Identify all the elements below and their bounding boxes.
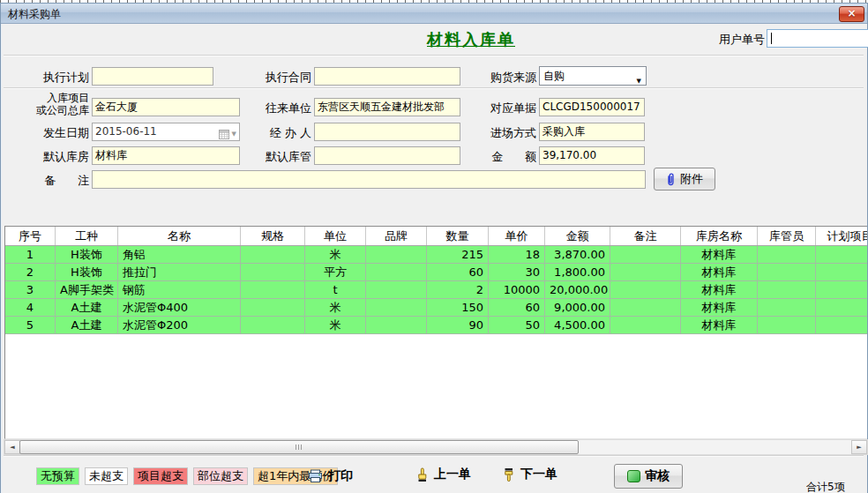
counterparty-input[interactable]: 东营区天顺五金建材批发部 bbox=[314, 98, 460, 116]
table-cell[interactable]: 米 bbox=[305, 299, 366, 317]
column-header[interactable]: 数量 bbox=[427, 227, 489, 246]
table-cell[interactable] bbox=[366, 281, 427, 299]
table-cell[interactable]: 水泥管Φ400 bbox=[118, 299, 241, 317]
amount-input[interactable]: 39,170.00 bbox=[539, 146, 645, 165]
table-cell[interactable] bbox=[758, 299, 816, 317]
print-button[interactable]: 打印 bbox=[308, 468, 353, 484]
table-cell[interactable]: 水泥管Φ200 bbox=[118, 317, 241, 334]
date-picker[interactable]: 2015-06-11 ▼ bbox=[92, 123, 240, 141]
table-cell[interactable]: A土建 bbox=[56, 317, 118, 334]
table-cell[interactable]: 5 bbox=[5, 317, 56, 334]
table-cell[interactable] bbox=[758, 246, 816, 264]
table-cell[interactable]: 3 bbox=[5, 281, 56, 299]
table-cell[interactable] bbox=[816, 264, 868, 281]
table-cell[interactable]: 米 bbox=[305, 317, 366, 334]
table-cell[interactable] bbox=[241, 281, 305, 299]
table-cell[interactable]: 4 bbox=[5, 299, 56, 317]
exec-contract-input[interactable] bbox=[314, 67, 460, 86]
column-header[interactable]: 序号 bbox=[5, 227, 56, 246]
table-cell[interactable] bbox=[816, 299, 868, 317]
table-cell[interactable]: 2 bbox=[427, 281, 489, 299]
table-cell[interactable] bbox=[366, 246, 427, 264]
table-cell[interactable] bbox=[241, 264, 305, 281]
table-cell[interactable]: H装饰 bbox=[56, 264, 118, 281]
table-cell[interactable]: 150 bbox=[427, 299, 489, 317]
table-cell[interactable]: 3,870.00 bbox=[545, 246, 610, 264]
table-cell[interactable] bbox=[816, 281, 868, 299]
table-cell[interactable]: 推拉门 bbox=[118, 264, 241, 281]
table-cell[interactable] bbox=[758, 264, 816, 281]
scroll-right-button[interactable]: ► bbox=[851, 440, 867, 454]
table-cell[interactable] bbox=[610, 246, 681, 264]
column-header[interactable]: 金额 bbox=[545, 227, 610, 246]
table-cell[interactable]: 215 bbox=[427, 246, 489, 264]
table-cell[interactable]: 60 bbox=[427, 264, 489, 281]
column-header[interactable]: 工种 bbox=[56, 227, 118, 246]
exec-plan-input[interactable] bbox=[92, 67, 213, 86]
table-cell[interactable]: 2 bbox=[5, 264, 56, 281]
default-keeper-input[interactable] bbox=[314, 146, 460, 165]
table-cell[interactable]: 1 bbox=[5, 246, 56, 264]
scroll-left-button[interactable]: ◄ bbox=[4, 440, 20, 454]
purchase-source-dropdown[interactable]: 自购 ▼ bbox=[539, 66, 647, 86]
table-cell[interactable]: 材料库 bbox=[681, 299, 758, 317]
column-header[interactable]: 单价 bbox=[489, 227, 545, 246]
column-header[interactable]: 名称 bbox=[118, 227, 241, 246]
table-cell[interactable]: 60 bbox=[489, 299, 545, 317]
table-row[interactable]: 4A土建水泥管Φ400米150609,000.00材料库 bbox=[5, 299, 867, 317]
table-cell[interactable] bbox=[758, 281, 816, 299]
column-header[interactable]: 库房名称 bbox=[681, 227, 758, 246]
table-cell[interactable]: 9,000.00 bbox=[545, 299, 610, 317]
table-cell[interactable] bbox=[758, 317, 816, 334]
user-no-input[interactable] bbox=[767, 29, 868, 48]
close-button[interactable]: × bbox=[839, 6, 864, 22]
handler-input[interactable] bbox=[314, 123, 460, 141]
table-cell[interactable]: 18 bbox=[489, 246, 545, 264]
table-cell[interactable]: 50 bbox=[489, 317, 545, 334]
table-cell[interactable]: 材料库 bbox=[681, 281, 758, 299]
column-header[interactable]: 品牌 bbox=[366, 227, 427, 246]
next-order-button[interactable]: 下一单 bbox=[503, 467, 557, 482]
table-cell[interactable] bbox=[366, 299, 427, 317]
attachment-button[interactable]: 附件 bbox=[654, 168, 715, 190]
table-cell[interactable]: 平方 bbox=[305, 264, 366, 281]
previous-order-button[interactable]: 上一单 bbox=[416, 467, 471, 482]
table-cell[interactable]: 材料库 bbox=[681, 317, 758, 334]
project-input[interactable]: 金石大厦 bbox=[92, 98, 240, 116]
table-cell[interactable] bbox=[816, 317, 868, 334]
table-cell[interactable]: A土建 bbox=[56, 299, 118, 317]
table-cell[interactable] bbox=[610, 281, 681, 299]
table-cell[interactable]: A脚手架类 bbox=[56, 281, 118, 299]
table-cell[interactable] bbox=[610, 299, 681, 317]
table-cell[interactable]: 材料库 bbox=[681, 264, 758, 281]
column-header[interactable]: 计划项目 bbox=[816, 227, 868, 246]
table-row[interactable]: 5A土建水泥管Φ200米90504,500.00材料库 bbox=[5, 317, 867, 334]
table-row[interactable]: 1H装饰角铝米215183,870.00材料库 bbox=[5, 246, 867, 264]
column-header[interactable]: 库管员 bbox=[758, 227, 816, 246]
table-cell[interactable] bbox=[366, 264, 427, 281]
audit-button[interactable]: 审核 bbox=[614, 464, 683, 489]
table-cell[interactable]: 米 bbox=[305, 246, 366, 264]
table-cell[interactable]: 10000 bbox=[489, 281, 545, 299]
table-cell[interactable]: 材料库 bbox=[681, 246, 758, 264]
table-cell[interactable] bbox=[366, 317, 427, 334]
table-cell[interactable] bbox=[816, 246, 868, 264]
table-cell[interactable]: 20,000.00 bbox=[545, 281, 610, 299]
ref-doc-input[interactable]: CLCGD150000017 bbox=[539, 98, 645, 116]
entry-mode-input[interactable]: 采购入库 bbox=[539, 123, 645, 141]
default-warehouse-input[interactable]: 材料库 bbox=[92, 146, 240, 165]
table-cell[interactable] bbox=[610, 264, 681, 281]
table-row[interactable]: 3A脚手架类钢筋t21000020,000.00材料库 bbox=[5, 281, 867, 299]
table-cell[interactable] bbox=[241, 317, 305, 334]
scrollbar-thumb[interactable] bbox=[19, 440, 579, 454]
table-cell[interactable]: t bbox=[305, 281, 366, 299]
table-cell[interactable]: H装饰 bbox=[56, 246, 118, 264]
table-row[interactable]: 2H装饰推拉门平方60301,800.00材料库 bbox=[5, 264, 867, 281]
remark-input[interactable] bbox=[92, 170, 646, 189]
column-header[interactable]: 备注 bbox=[610, 227, 681, 246]
column-header[interactable]: 单位 bbox=[305, 227, 366, 246]
table-cell[interactable]: 角铝 bbox=[118, 246, 241, 264]
table-cell[interactable]: 30 bbox=[489, 264, 545, 281]
table-cell[interactable] bbox=[241, 299, 305, 317]
column-header[interactable]: 规格 bbox=[241, 227, 305, 246]
